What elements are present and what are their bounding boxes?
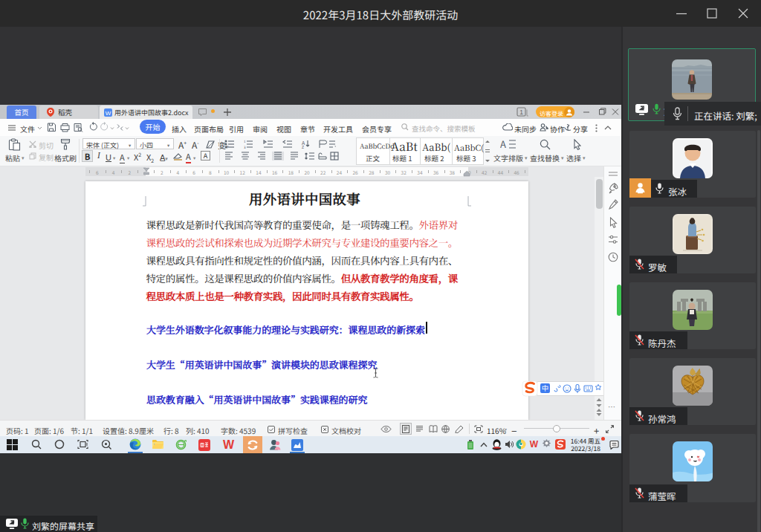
svg-text:1: 1 [519, 108, 523, 116]
svg-text:1: 1 [244, 140, 246, 143]
svg-text:W: W [530, 439, 539, 449]
svg-text:W: W [223, 438, 235, 451]
svg-text:3: 3 [244, 145, 246, 149]
svg-text:A: A [500, 138, 506, 151]
svg-text:W: W [106, 109, 111, 116]
svg-text:Z: Z [302, 144, 304, 149]
